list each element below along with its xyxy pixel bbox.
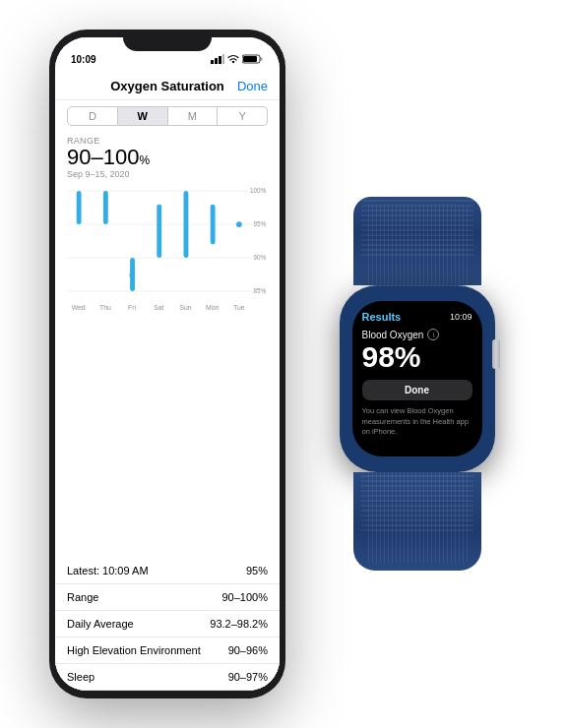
watch-time: 10:09 — [450, 312, 472, 322]
watch-blood-oxygen-label: Blood Oxygen i — [362, 329, 472, 340]
stat-sleep: Sleep 90–97% — [55, 664, 280, 691]
watch-screen: Results 10:09 Blood Oxygen i 98% Done Yo… — [352, 301, 482, 456]
status-time: 10:09 — [71, 54, 96, 65]
stat-latest-label: Latest: 10:09 AM — [67, 565, 149, 576]
watch-band-top — [353, 197, 481, 285]
stat-daily-value: 93.2–98.2% — [210, 618, 268, 630]
tab-y[interactable]: Y — [218, 106, 268, 126]
stat-sleep-value: 90–97% — [228, 671, 268, 683]
svg-rect-15 — [77, 191, 82, 224]
iphone-device: 10:09 — [49, 30, 285, 698]
watch-band-bottom — [353, 472, 481, 571]
svg-text:Fri: Fri — [128, 304, 136, 311]
svg-rect-2 — [219, 56, 221, 64]
signal-icon — [211, 54, 224, 64]
svg-rect-0 — [211, 60, 214, 64]
svg-text:Wed: Wed — [72, 304, 86, 311]
watch-description: You can view Blood Oxygen measurements i… — [362, 406, 472, 438]
watch-percentage: 98% — [362, 342, 472, 372]
stats-list: Latest: 10:09 AM 95% Range 90–100% Daily… — [55, 558, 280, 691]
watch-case: Results 10:09 Blood Oxygen i 98% Done Yo… — [340, 285, 495, 472]
svg-text:90%: 90% — [253, 254, 266, 261]
svg-point-22 — [236, 221, 242, 227]
wifi-icon — [227, 54, 239, 64]
svg-rect-1 — [215, 58, 218, 64]
watch-done-button[interactable]: Done — [362, 380, 472, 400]
stat-elevation-label: High Elevation Environment — [67, 644, 201, 656]
svg-rect-3 — [222, 54, 224, 64]
iphone-screen: 10:09 — [55, 37, 280, 691]
stat-sleep-label: Sleep — [67, 671, 94, 683]
battery-icon — [242, 54, 264, 64]
stat-elevation-value: 90–96% — [228, 644, 268, 656]
chart-container: 100% 95% 90% 85% — [67, 183, 268, 340]
svg-text:Mon: Mon — [206, 304, 219, 311]
stat-daily-label: Daily Average — [67, 618, 134, 630]
stat-daily-avg: Daily Average 93.2–98.2% — [55, 611, 280, 637]
stat-range-value: 90–100% — [222, 591, 269, 603]
svg-rect-21 — [211, 205, 216, 245]
svg-text:Sat: Sat — [154, 304, 163, 311]
oxygen-chart: 100% 95% 90% 85% — [67, 183, 268, 340]
svg-rect-19 — [157, 205, 161, 258]
svg-text:85%: 85% — [253, 287, 266, 294]
svg-rect-6 — [243, 56, 257, 62]
tab-w[interactable]: W — [118, 106, 168, 126]
stat-range: Range 90–100% — [55, 584, 280, 611]
stat-latest: Latest: 10:09 AM 95% — [55, 558, 280, 584]
svg-rect-20 — [184, 191, 189, 258]
stat-range-label: Range — [67, 591, 98, 603]
svg-point-18 — [129, 273, 135, 278]
done-button[interactable]: Done — [237, 79, 268, 93]
svg-rect-5 — [261, 58, 263, 61]
svg-text:Thu: Thu — [99, 304, 111, 311]
health-content: Oxygen Saturation Done D W M Y RANGE 90–… — [55, 71, 280, 691]
nav-bar: Oxygen Saturation Done — [55, 71, 280, 100]
scene: 10:09 — [0, 0, 567, 728]
svg-rect-16 — [103, 191, 108, 224]
period-tabs: D W M Y — [55, 100, 280, 132]
svg-text:95%: 95% — [253, 220, 266, 227]
apple-watch-device: Results 10:09 Blood Oxygen i 98% Done Yo… — [321, 197, 513, 571]
svg-text:100%: 100% — [250, 187, 267, 194]
iphone-notch — [123, 30, 212, 51]
stat-latest-value: 95% — [246, 565, 268, 576]
tab-m[interactable]: M — [168, 106, 219, 126]
chart-area: RANGE 90–100% Sep 9–15, 2020 100% 95% 90… — [55, 132, 280, 558]
svg-text:Tue: Tue — [233, 304, 245, 311]
info-icon[interactable]: i — [427, 329, 439, 340]
watch-crown — [492, 339, 500, 369]
svg-text:Sun: Sun — [179, 304, 191, 311]
date-range: Sep 9–15, 2020 — [67, 169, 268, 179]
watch-top-row: Results 10:09 — [362, 311, 472, 323]
page-title: Oxygen Saturation — [110, 79, 224, 93]
range-value: 90–100% — [67, 146, 268, 169]
tab-d[interactable]: D — [67, 106, 118, 126]
stat-elevation: High Elevation Environment 90–96% — [55, 637, 280, 664]
watch-results-label: Results — [362, 311, 402, 323]
status-icons — [211, 54, 264, 64]
